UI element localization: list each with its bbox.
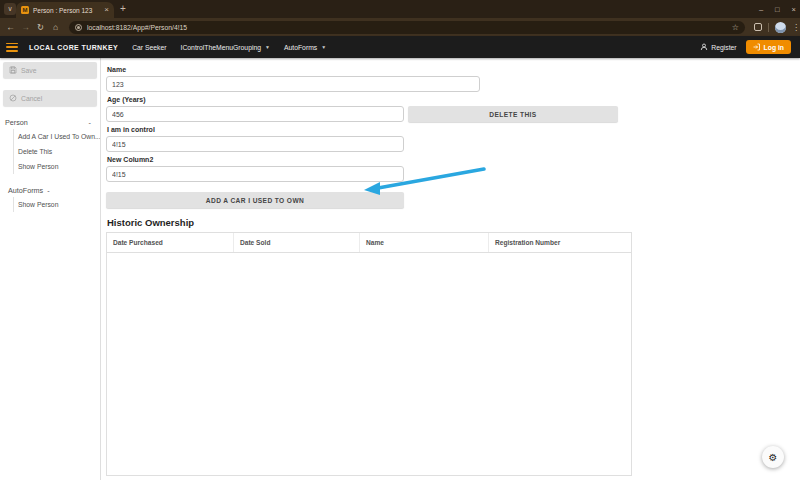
chevron-down-icon: ∨: [7, 5, 12, 13]
favicon-icon: M: [21, 6, 29, 14]
window-close-icon[interactable]: ×: [792, 5, 796, 14]
chevron-down-icon: ▼: [265, 44, 270, 50]
app-navbar: LOCAL CORE TURNKEY Car Seeker IControlTh…: [0, 36, 800, 58]
add-a-car-button[interactable]: ADD A CAR I USED TO OWN: [106, 192, 404, 208]
refresh-icon[interactable]: ↻: [33, 22, 48, 32]
field-label-i-am-in-control: I am in control: [107, 126, 636, 133]
toolbar-divider: [768, 23, 769, 32]
field-label-age: Age (Years): [107, 96, 636, 103]
field-label-new-column2: New Column2: [107, 156, 636, 163]
bookmark-star-icon[interactable]: ☆: [732, 23, 739, 32]
login-label: Log in: [764, 44, 784, 51]
sidebar-person-items: Add A Car I Used To Own... Delete This S…: [13, 129, 100, 174]
site-info-icon[interactable]: [75, 24, 82, 31]
chevron-down-icon: ▼: [321, 44, 326, 50]
save-label: Save: [21, 67, 37, 74]
login-button[interactable]: Log in: [746, 40, 791, 54]
url-text[interactable]: localhost:8182/App#/Person/4!15: [87, 24, 732, 31]
col-name[interactable]: Name: [360, 233, 489, 252]
sidebar: Save Cancel Person - Add A Car I Used To…: [0, 58, 101, 480]
menu-item-car-seeker[interactable]: Car Seeker: [132, 44, 166, 51]
back-icon[interactable]: ←: [3, 22, 18, 32]
browser-tab-strip: ∨ M Person : Person 123 × + – □ ×: [0, 0, 800, 18]
main-content: Name Age (Years) DELETE THIS I am in con…: [102, 58, 800, 480]
field-label-name: Name: [107, 66, 636, 73]
age-field[interactable]: [106, 106, 404, 122]
browser-toolbar: ← → ↻ ⌂ localhost:8182/App#/Person/4!15 …: [0, 18, 800, 36]
table-header-row: Date Purchased Date Sold Name Registrati…: [107, 233, 631, 253]
menu-label: Car Seeker: [132, 44, 166, 51]
tab-close-icon[interactable]: ×: [104, 6, 109, 14]
menu-label: IControlTheMenuGrouping: [181, 44, 261, 51]
cancel-button[interactable]: Cancel: [3, 90, 97, 106]
name-field[interactable]: [106, 76, 480, 92]
section-title: AutoForms: [8, 186, 43, 195]
window-controls: – □ ×: [759, 0, 796, 18]
login-icon: [753, 43, 761, 51]
menu-item-icontrolthemenugrouping[interactable]: IControlTheMenuGrouping ▼: [181, 44, 270, 51]
section-title: Person: [5, 118, 28, 127]
sidebar-section-person[interactable]: Person -: [0, 116, 100, 129]
settings-fab[interactable]: ⚙: [762, 446, 784, 468]
profile-avatar[interactable]: [775, 22, 786, 33]
sidebar-item-add-a-car[interactable]: Add A Car I Used To Own...: [14, 129, 100, 144]
minimize-icon[interactable]: –: [759, 5, 763, 14]
historic-ownership-table: Date Purchased Date Sold Name Registrati…: [106, 232, 632, 476]
table-body-empty: [107, 253, 631, 475]
col-registration-number[interactable]: Registration Number: [489, 233, 631, 252]
maximize-icon[interactable]: □: [775, 5, 780, 14]
gear-icon: ⚙: [769, 452, 778, 463]
delete-this-button[interactable]: DELETE THIS: [408, 106, 618, 122]
cancel-icon: [9, 94, 17, 102]
forward-icon[interactable]: →: [18, 22, 33, 32]
collapse-indicator: -: [89, 118, 91, 127]
save-button[interactable]: Save: [3, 62, 97, 78]
sidebar-item-delete-this[interactable]: Delete This: [14, 144, 100, 159]
menu-item-autoforms[interactable]: AutoForms ▼: [284, 44, 326, 51]
tab-title: Person : Person 123: [33, 7, 100, 14]
sidebar-item-show-person[interactable]: Show Person: [14, 159, 100, 174]
save-icon: [9, 66, 17, 74]
person-icon: [700, 43, 708, 51]
address-bar[interactable]: localhost:8182/App#/Person/4!15 ☆: [69, 21, 745, 34]
cancel-label: Cancel: [21, 95, 42, 102]
appbar-right: Register Log in: [700, 40, 800, 54]
browser-menu-icon[interactable]: ⋮: [792, 23, 800, 32]
brand-title[interactable]: LOCAL CORE TURNKEY: [29, 44, 118, 51]
extensions-icon[interactable]: [754, 23, 762, 31]
new-tab-button[interactable]: +: [120, 4, 126, 14]
menu-label: AutoForms: [284, 44, 317, 51]
collapse-indicator: -: [47, 186, 49, 195]
register-link[interactable]: Register: [700, 43, 736, 51]
col-date-purchased[interactable]: Date Purchased: [107, 233, 234, 252]
browser-tab[interactable]: M Person : Person 123 ×: [16, 2, 114, 18]
register-label: Register: [711, 44, 736, 51]
col-date-sold[interactable]: Date Sold: [234, 233, 360, 252]
new-column2-field[interactable]: [106, 166, 404, 182]
tab-search-button[interactable]: ∨: [4, 3, 16, 15]
hamburger-menu-icon[interactable]: [6, 43, 18, 52]
i-am-in-control-field[interactable]: [106, 136, 404, 152]
sidebar-autoforms-items: Show Person: [13, 197, 100, 212]
sidebar-item-show-person-2[interactable]: Show Person: [14, 197, 100, 212]
historic-ownership-title: Historic Ownership: [107, 217, 636, 228]
home-icon[interactable]: ⌂: [48, 22, 63, 32]
sidebar-section-autoforms[interactable]: AutoForms -: [0, 184, 100, 197]
